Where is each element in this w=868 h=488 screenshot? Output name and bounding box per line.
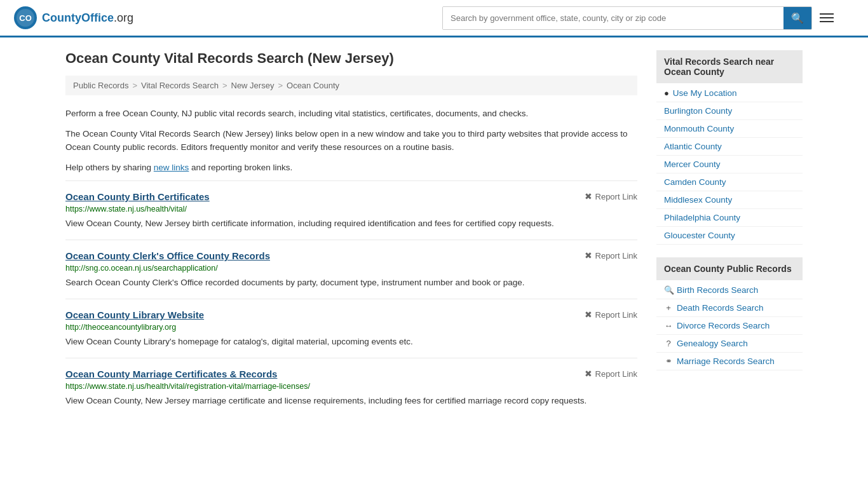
sidebar-marriage-records[interactable]: Marriage Records Search xyxy=(677,356,775,366)
record-item: Ocean County Library Website ✖ Report Li… xyxy=(65,299,637,358)
report-label-1: Report Link xyxy=(595,251,637,261)
sidebar-philadelphia[interactable]: Philadelphia County xyxy=(664,213,740,222)
search-button[interactable]: 🔍 xyxy=(783,7,811,29)
sidebar-camden[interactable]: Camden County xyxy=(664,177,726,187)
record-item: Ocean County Birth Certificates ✖ Report… xyxy=(65,180,637,240)
menu-line-1 xyxy=(820,13,834,15)
record-title-marriage-certs[interactable]: Ocean County Marriage Certificates & Rec… xyxy=(65,369,277,379)
sidebar-use-my-location[interactable]: Use My Location xyxy=(673,88,737,98)
report-link-0[interactable]: ✖ Report Link xyxy=(585,191,637,201)
sidebar-birth-records[interactable]: Birth Records Search xyxy=(677,285,758,295)
report-icon-0: ✖ xyxy=(585,191,592,201)
breadcrumb-sep-1: > xyxy=(132,81,137,90)
logo-area: CO CountyOffice.org xyxy=(13,5,133,30)
report-label-0: Report Link xyxy=(595,192,637,201)
sidebar-genealogy[interactable]: Genealogy Search xyxy=(677,339,748,348)
menu-line-3 xyxy=(820,21,834,22)
sidebar-death-records[interactable]: Death Records Search xyxy=(677,303,764,313)
intro-3-suffix: and reporting broken links. xyxy=(189,163,292,172)
page-title: Ocean County Vital Records Search (New J… xyxy=(65,50,637,67)
sidebar-atlantic[interactable]: Atlantic County xyxy=(664,142,722,151)
breadcrumb-ocean-county: Ocean County xyxy=(287,81,339,90)
breadcrumb-new-jersey[interactable]: New Jersey xyxy=(231,81,275,90)
list-item: ↔ Divorce Records Search xyxy=(656,317,803,335)
intro-paragraph-3: Help others by sharing new links and rep… xyxy=(65,161,637,175)
logo-text: CountyOffice.org xyxy=(42,11,133,25)
search-area: 🔍 xyxy=(442,6,836,30)
report-link-1[interactable]: ✖ Report Link xyxy=(585,250,637,261)
svg-text:CO: CO xyxy=(19,13,32,23)
sidebar: Vital Records Search near Ocean County ●… xyxy=(656,50,803,417)
list-item: Camden County xyxy=(656,173,803,191)
report-icon-2: ✖ xyxy=(585,309,592,320)
sidebar-public-records-list: 🔍 Birth Records Search + Death Records S… xyxy=(656,281,803,370)
sidebar-middlesex[interactable]: Middlesex County xyxy=(664,195,732,205)
search-icon: 🔍 xyxy=(664,285,673,295)
record-url-3: https://www.state.nj.us/health/vital/reg… xyxy=(65,382,637,391)
location-pin-icon: ● xyxy=(664,88,669,98)
report-label-3: Report Link xyxy=(595,369,637,379)
plus-icon: + xyxy=(664,303,673,313)
record-title-clerk-records[interactable]: Ocean County Clerk's Office County Recor… xyxy=(65,250,270,261)
list-item: Atlantic County xyxy=(656,138,803,156)
search-box: 🔍 xyxy=(442,6,812,30)
list-item: ● Use My Location xyxy=(656,85,803,102)
breadcrumb-sep-2: > xyxy=(222,81,227,90)
records-list: Ocean County Birth Certificates ✖ Report… xyxy=(65,180,637,417)
sidebar-nearby-heading: Vital Records Search near Ocean County xyxy=(656,50,803,83)
record-item: Ocean County Clerk's Office County Recor… xyxy=(65,240,637,299)
arrows-icon: ↔ xyxy=(664,321,673,330)
sidebar-burlington[interactable]: Burlington County xyxy=(664,106,732,116)
list-item: 🔍 Birth Records Search xyxy=(656,281,803,299)
list-item: Monmouth County xyxy=(656,120,803,138)
search-icon: 🔍 xyxy=(791,13,804,24)
report-icon-3: ✖ xyxy=(585,369,592,379)
logo-icon: CO xyxy=(13,5,38,30)
record-header: Ocean County Marriage Certificates & Rec… xyxy=(65,369,637,379)
list-item: ? Genealogy Search xyxy=(656,335,803,353)
sidebar-mercer[interactable]: Mercer County xyxy=(664,159,721,169)
hamburger-menu-button[interactable] xyxy=(817,11,836,25)
report-label-2: Report Link xyxy=(595,310,637,320)
record-url-1: http://sng.co.ocean.nj.us/searchapplicat… xyxy=(65,264,637,273)
intro-paragraph-2: The Ocean County Vital Records Search (N… xyxy=(65,127,637,154)
record-item: Ocean County Marriage Certificates & Rec… xyxy=(65,358,637,417)
breadcrumb-vital-records[interactable]: Vital Records Search xyxy=(141,81,219,90)
search-input[interactable] xyxy=(443,7,783,29)
record-title-library[interactable]: Ocean County Library Website xyxy=(65,309,204,320)
breadcrumb-public-records[interactable]: Public Records xyxy=(73,81,128,90)
list-item: + Death Records Search xyxy=(656,299,803,317)
site-header: CO CountyOffice.org 🔍 xyxy=(0,0,868,37)
content-area: Ocean County Vital Records Search (New J… xyxy=(65,50,637,417)
record-desc-0: View Ocean County, New Jersey birth cert… xyxy=(65,217,637,231)
record-url-0: https://www.state.nj.us/health/vital/ xyxy=(65,205,637,214)
sidebar-monmouth[interactable]: Monmouth County xyxy=(664,124,734,133)
record-desc-3: View Ocean County, New Jersey marriage c… xyxy=(65,395,637,408)
list-item: Gloucester County xyxy=(656,227,803,245)
sidebar-gloucester[interactable]: Gloucester County xyxy=(664,231,735,240)
record-desc-2: View Ocean County Library's homepage for… xyxy=(65,336,637,349)
sidebar-public-records-section: Ocean County Public Records 🔍 Birth Reco… xyxy=(656,257,803,370)
list-item: Philadelphia County xyxy=(656,209,803,227)
report-link-3[interactable]: ✖ Report Link xyxy=(585,369,637,379)
intro-paragraph-1: Perform a free Ocean County, NJ public v… xyxy=(65,107,637,121)
report-link-2[interactable]: ✖ Report Link xyxy=(585,309,637,320)
breadcrumb-sep-3: > xyxy=(278,81,283,90)
breadcrumb: Public Records > Vital Records Search > … xyxy=(65,76,637,95)
sidebar-public-records-heading: Ocean County Public Records xyxy=(656,257,803,280)
list-item: Mercer County xyxy=(656,156,803,173)
intro-3-prefix: Help others by sharing xyxy=(65,163,154,172)
sidebar-nearby-list: ● Use My Location Burlington County Monm… xyxy=(656,85,803,245)
record-title-birth-certificates[interactable]: Ocean County Birth Certificates xyxy=(65,191,210,202)
list-item: Middlesex County xyxy=(656,191,803,209)
new-links-link[interactable]: new links xyxy=(154,163,189,172)
question-icon: ? xyxy=(664,339,673,348)
ring-icon: ⚭ xyxy=(664,356,673,366)
report-icon-1: ✖ xyxy=(585,250,592,261)
sidebar-nearby-section: Vital Records Search near Ocean County ●… xyxy=(656,50,803,245)
list-item: ⚭ Marriage Records Search xyxy=(656,353,803,370)
record-header: Ocean County Birth Certificates ✖ Report… xyxy=(65,191,637,202)
sidebar-divorce-records[interactable]: Divorce Records Search xyxy=(677,321,770,330)
main-container: Ocean County Vital Records Search (New J… xyxy=(53,37,815,430)
list-item: Burlington County xyxy=(656,102,803,120)
